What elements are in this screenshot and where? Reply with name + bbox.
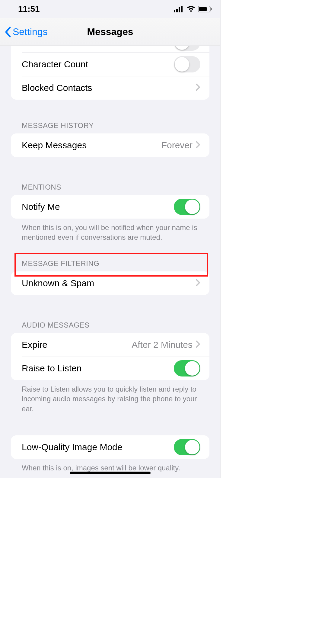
label-blocked-contacts: Blocked Contacts: [22, 83, 92, 93]
toggle-notify-me[interactable]: [174, 199, 200, 215]
group-mentions: Notify Me: [11, 195, 209, 219]
group-audio-messages: Expire After 2 Minutes Raise to Listen: [11, 333, 209, 380]
status-bar: 11:51: [0, 0, 220, 18]
row-expire[interactable]: Expire After 2 Minutes: [11, 333, 209, 357]
svg-rect-3: [181, 6, 183, 12]
cellular-signal-icon: [174, 6, 184, 12]
label-notify-me: Notify Me: [22, 202, 60, 212]
page-title: Messages: [87, 26, 133, 37]
group-sms: Character Count Blocked Contacts: [11, 53, 209, 100]
label-raise-to-listen: Raise to Listen: [22, 363, 81, 373]
row-character-count[interactable]: Character Count: [11, 53, 209, 76]
svg-rect-5: [199, 7, 207, 11]
row-notify-me[interactable]: Notify Me: [11, 195, 209, 219]
chevron-right-icon: [196, 141, 200, 150]
group-message-filtering: Unknown & Spam: [11, 271, 209, 295]
toggle-raise-to-listen[interactable]: [174, 360, 200, 376]
back-label: Settings: [13, 26, 48, 37]
label-unknown-spam: Unknown & Spam: [22, 278, 94, 288]
battery-icon: [198, 6, 212, 12]
chevron-right-icon: [196, 83, 200, 92]
status-time: 11:51: [18, 4, 40, 14]
row-keep-messages[interactable]: Keep Messages Forever: [11, 133, 209, 157]
toggle-partial[interactable]: [174, 46, 200, 51]
label-low-quality: Low-Quality Image Mode: [22, 442, 123, 452]
footer-mentions: When this is on, you will be notified wh…: [11, 219, 209, 242]
footer-audio: Raise to Listen allows you to quickly li…: [11, 380, 209, 414]
row-low-quality[interactable]: Low-Quality Image Mode: [11, 435, 209, 459]
row-blocked-contacts[interactable]: Blocked Contacts: [11, 76, 209, 100]
header-mentions: MENTIONS: [11, 183, 209, 195]
header-message-history: MESSAGE HISTORY: [11, 121, 209, 133]
toggle-low-quality[interactable]: [174, 439, 200, 455]
wifi-icon: [186, 6, 196, 12]
svg-rect-2: [179, 7, 180, 12]
header-audio-messages: AUDIO MESSAGES: [11, 321, 209, 333]
label-keep-messages: Keep Messages: [22, 140, 87, 150]
chevron-left-icon: [4, 26, 11, 38]
toggle-character-count[interactable]: [174, 56, 200, 72]
back-button[interactable]: Settings: [4, 26, 48, 38]
label-expire: Expire: [22, 340, 47, 350]
value-keep-messages: Forever: [161, 140, 193, 150]
svg-rect-0: [174, 10, 175, 12]
group-message-history: Keep Messages Forever: [11, 133, 209, 157]
label-character-count: Character Count: [22, 59, 88, 69]
home-indicator[interactable]: [70, 472, 151, 474]
nav-header: Settings Messages: [0, 18, 220, 46]
row-raise-to-listen[interactable]: Raise to Listen: [11, 357, 209, 380]
partial-row: [11, 46, 209, 53]
svg-rect-1: [176, 9, 178, 12]
svg-rect-6: [211, 8, 212, 10]
chevron-right-icon: [196, 340, 200, 349]
group-low-quality: Low-Quality Image Mode: [11, 435, 209, 459]
row-unknown-spam[interactable]: Unknown & Spam: [11, 271, 209, 295]
value-expire: After 2 Minutes: [132, 340, 193, 350]
header-message-filtering: MESSAGE FILTERING: [11, 259, 209, 271]
chevron-right-icon: [196, 279, 200, 288]
footer-low-quality: When this is on, images sent will be low…: [11, 459, 209, 473]
